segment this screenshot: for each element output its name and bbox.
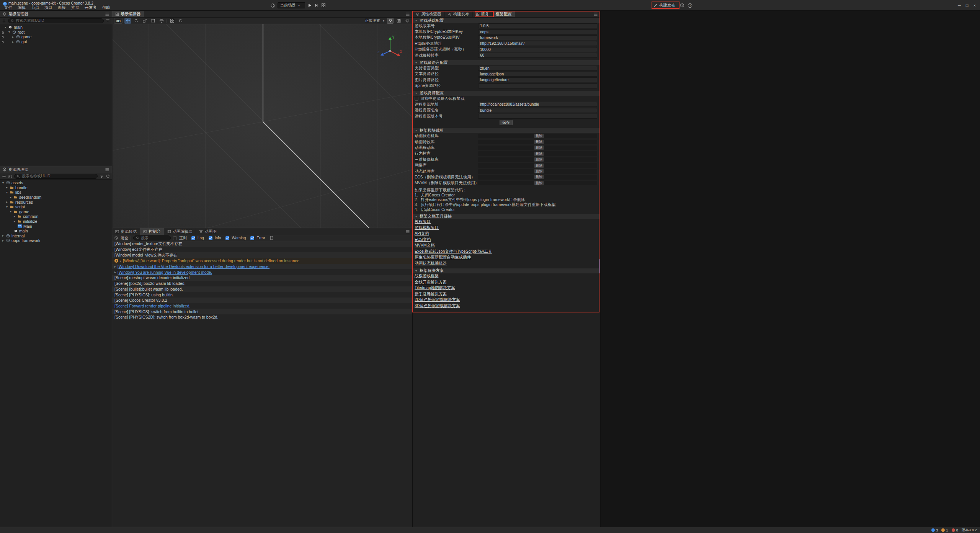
asset-row-game[interactable]: ▾game (0, 209, 112, 214)
log-row-warning[interactable]: !▸[Window] [Vue warn]: Property "onInput… (112, 258, 412, 264)
delete-module-button[interactable]: 删除 (534, 152, 544, 156)
http-timeout-input[interactable] (478, 47, 597, 52)
section-resources[interactable]: ▾游戏资源配置 (413, 91, 600, 96)
log-row[interactable]: [Window] ecs文件夹不存在 (112, 247, 412, 253)
expand-caret-icon[interactable]: ▸ (120, 259, 121, 263)
asset-row-main-scene[interactable]: main (0, 229, 112, 234)
close-button[interactable]: × (971, 3, 978, 8)
doc-link-anim-state-editor[interactable]: 动画状态机编辑器 (415, 261, 447, 266)
game-version-input[interactable] (478, 23, 597, 28)
solution-link-fullstack[interactable]: 全栈开发解决方案 (415, 280, 447, 285)
fps-input[interactable] (478, 53, 597, 58)
doc-link-api[interactable]: API文档 (415, 231, 429, 236)
extension-store-icon[interactable] (680, 3, 684, 8)
build-publish-button[interactable]: 构建发布 (653, 0, 675, 11)
log-row[interactable]: [Scene] [PHYSICS]: switch from builtin t… (112, 309, 412, 314)
spine-path-input[interactable] (478, 83, 597, 88)
tab-asset-preview[interactable]: 资源预览 (112, 228, 140, 235)
tab-animation-editor[interactable]: 动画编辑器 (164, 228, 196, 235)
minimize-button[interactable]: ─ (956, 3, 963, 8)
error-count-badge[interactable]: 0 (952, 528, 958, 532)
delete-module-button[interactable]: 删除 (534, 163, 544, 168)
expand-caret-icon[interactable]: ▾ (5, 191, 8, 194)
menu-item-node[interactable]: 节点 (28, 5, 42, 10)
save-button[interactable]: 保存 (500, 120, 513, 125)
render-mode-select[interactable]: 正常浏览 (365, 18, 380, 23)
assets-search-input[interactable]: 搜索名称或UUID (14, 174, 98, 179)
section-modules[interactable]: ▾框架模块裁剪 (413, 128, 600, 133)
asset-row-main-ts[interactable]: TSMain (0, 224, 112, 229)
menu-item-developer[interactable]: 开发者 (82, 5, 100, 10)
dimension-toggle[interactable]: 3D (114, 18, 122, 24)
menu-item-panel[interactable]: 面板 (55, 5, 69, 10)
collapsed-caret-icon[interactable]: ▸ (11, 35, 15, 39)
layout-grid-icon[interactable] (321, 3, 326, 8)
log-row[interactable]: [Window] render_texture文件夹不存在 (112, 241, 412, 247)
move-tool-button[interactable] (124, 18, 131, 24)
collapsed-caret-icon[interactable]: ▸ (13, 220, 16, 223)
asset-row-script[interactable]: ▾script (0, 204, 112, 209)
expand-caret-icon[interactable]: ▾ (9, 210, 12, 213)
sort-icon[interactable] (8, 174, 12, 178)
tab-services[interactable]: 服务 (473, 11, 493, 17)
tab-scene-editor[interactable]: 场景编辑器 (112, 11, 144, 17)
filter-icon[interactable] (100, 174, 104, 178)
snap-grid-button[interactable] (169, 18, 175, 24)
log-link[interactable]: [Window] You are running Vue in developm… (118, 270, 212, 275)
tab-build-publish[interactable]: 构建发布 (445, 11, 473, 17)
asset-row-resources[interactable]: ▸resources (0, 199, 112, 204)
collapsed-caret-icon[interactable]: ▸ (11, 40, 15, 44)
doc-link-excel-tool[interactable]: Excel格式转Json文件与TypeScript代码工具 (415, 249, 492, 254)
panel-menu-icon[interactable] (105, 167, 109, 172)
asset-row-initialize[interactable]: ▸initialize (0, 219, 112, 224)
export-log-icon[interactable] (270, 236, 274, 240)
collapsed-caret-icon[interactable]: ▸ (2, 239, 5, 242)
remote-version-input[interactable] (478, 114, 597, 119)
texture-path-input[interactable] (478, 77, 597, 82)
warning-count-badge[interactable]: 1 (941, 528, 948, 532)
remote-url-input[interactable] (478, 102, 597, 107)
tree-node-game[interactable]: ▸ game (0, 34, 112, 39)
add-node-button[interactable] (2, 19, 6, 23)
asset-row-libs[interactable]: ▾libs (0, 190, 112, 195)
solution-link-strategy[interactable]: 战旗游戏框架 (415, 273, 439, 279)
menu-item-help[interactable]: 帮助 (100, 5, 113, 10)
expand-caret-icon[interactable]: ▾ (2, 181, 5, 185)
clear-console-button[interactable]: 清空 (121, 235, 128, 241)
menu-item-project[interactable]: 项目 (42, 5, 55, 10)
tab-animation-graph[interactable]: 动画图 (196, 228, 220, 235)
scene-settings-button[interactable] (404, 18, 410, 24)
expand-caret-icon[interactable]: ▾ (5, 205, 8, 209)
console-search-input[interactable]: 搜索 (133, 235, 171, 240)
remote-bundle-input[interactable] (478, 108, 597, 113)
section-docs[interactable]: ▾框架文档工具链接 (413, 214, 600, 219)
menu-item-edit[interactable]: 编辑 (15, 5, 28, 10)
expand-caret-icon[interactable]: ▾ (8, 30, 11, 34)
log-link[interactable]: [Window] Download the Vue Devtools exten… (118, 264, 270, 269)
log-row[interactable]: [Scene] [box2d]:box2d wasm lib loaded. (112, 281, 412, 286)
tab-console[interactable]: 控制台 (140, 228, 164, 235)
asset-row-bundle[interactable]: ▸bundle (0, 185, 112, 190)
step-button[interactable] (314, 3, 319, 8)
expand-caret-icon[interactable]: ▸ (114, 265, 116, 268)
gizmo-space-button[interactable] (158, 18, 165, 24)
doc-link-tutorial[interactable]: 教程项目 (415, 219, 431, 224)
delete-module-button[interactable]: 删除 (534, 134, 544, 138)
scene-viewport[interactable]: Y X Z (113, 24, 412, 228)
doc-link-mvvm[interactable]: MVVM文档 (415, 243, 435, 248)
delete-module-button[interactable]: 删除 (534, 140, 544, 144)
tab-framework-config[interactable]: 框架配置 (493, 11, 515, 17)
section-solutions[interactable]: ▾框架解决方案 (413, 268, 600, 273)
log-row-link[interactable]: ▸[Window] Download the Vue Devtools exte… (112, 264, 412, 270)
http-server-input[interactable] (478, 41, 597, 46)
collapsed-caret-icon[interactable]: ▸ (13, 215, 16, 218)
expand-caret-icon[interactable]: ▸ (114, 270, 116, 274)
json-path-input[interactable] (478, 72, 597, 77)
tree-node-gui[interactable]: ▸ gui (0, 39, 112, 44)
asset-row-common[interactable]: ▸common (0, 214, 112, 219)
log-row[interactable]: [Scene] [PHYSICS]: using builtin. (112, 292, 412, 298)
crypto-iv-input[interactable] (478, 35, 597, 40)
delete-module-button[interactable]: 删除 (534, 146, 544, 150)
play-button[interactable] (307, 3, 312, 8)
log-row[interactable]: [Scene] [PHYSICS2D]: switch from box2d-w… (112, 314, 412, 320)
